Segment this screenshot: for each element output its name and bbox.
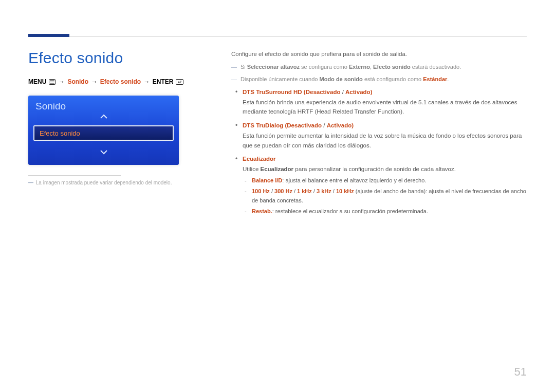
feature-body: Utilice Ecualizador para personalizar la… bbox=[243, 164, 527, 174]
feature-body-post: para personalizar la configuración de so… bbox=[293, 166, 456, 172]
sub-item: Restab.: restablece el ecualizador a su … bbox=[243, 207, 527, 216]
note-1-mid: se configura como bbox=[300, 64, 349, 70]
breadcrumb-enter: ENTER bbox=[153, 78, 174, 85]
feature-opt-off: Desactivado bbox=[306, 89, 341, 95]
content: Efecto sonido MENU → Sonido → Efecto son… bbox=[28, 49, 527, 220]
feature-name: Ecualizador bbox=[243, 156, 276, 162]
note-1-post: estará desactivado. bbox=[411, 64, 461, 70]
page-title: Efecto sonido bbox=[28, 49, 203, 67]
menu-screenshot-title: Sonido bbox=[28, 101, 179, 114]
feature-opt-off: Desactivado bbox=[287, 122, 322, 128]
note-2: Disponible únicamente cuando Modo de son… bbox=[231, 75, 527, 84]
feature-opt-on: Activado bbox=[327, 122, 352, 128]
note-2-post: . bbox=[447, 76, 449, 82]
feature-opt-on: Activado bbox=[345, 89, 371, 95]
freq: 100 Hz bbox=[252, 188, 270, 194]
menu-selected-row: Efecto sonido bbox=[33, 125, 174, 141]
feature-header: DTS TruDialog (Desactivado / Activado) bbox=[243, 121, 527, 130]
sep: / bbox=[292, 188, 297, 194]
sep: / bbox=[312, 188, 317, 194]
intro-text: Configure el efecto de sonido que prefie… bbox=[231, 49, 527, 59]
feature-body-bold: Ecualizador bbox=[261, 166, 294, 172]
breadcrumb: MENU → Sonido → Efecto sonido → ENTER bbox=[28, 78, 203, 86]
sep: / bbox=[331, 188, 336, 194]
menu-screenshot: Sonido Efecto sonido bbox=[28, 96, 179, 165]
page: Efecto sonido MENU → Sonido → Efecto son… bbox=[0, 0, 555, 392]
note-1: Si Seleccionar altavoz se configura como… bbox=[231, 63, 527, 72]
image-disclaimer: ― La imagen mostrada puede variar depend… bbox=[28, 180, 203, 185]
feature-item: Ecualizador Utilice Ecualizador para per… bbox=[231, 154, 527, 216]
note-2-mid: está configurado como bbox=[363, 76, 423, 82]
header-divider bbox=[28, 36, 527, 36]
menu-icon bbox=[49, 79, 55, 86]
image-disclaimer-text: La imagen mostrada puede variar dependie… bbox=[36, 180, 172, 185]
feature-header: Ecualizador bbox=[243, 154, 527, 163]
sep: / bbox=[270, 188, 274, 194]
note-1-b1: Seleccionar altavoz bbox=[247, 64, 300, 70]
right-column: Configure el efecto de sonido que prefie… bbox=[231, 49, 527, 220]
arrow-icon: → bbox=[58, 78, 66, 85]
note-2-pre: Disponible únicamente cuando bbox=[240, 76, 320, 82]
breadcrumb-path-2: Efecto sonido bbox=[100, 78, 141, 85]
note-2-b2: Estándar bbox=[423, 76, 447, 82]
chevron-up-icon bbox=[100, 114, 108, 120]
breadcrumb-path-1: Sonido bbox=[67, 78, 88, 85]
feature-item: DTS TruSurround HD (Desactivado / Activa… bbox=[231, 87, 527, 117]
dash-icon: ― bbox=[28, 180, 33, 185]
feature-name: DTS TruSurround HD bbox=[243, 89, 302, 95]
breadcrumb-menu: MENU bbox=[28, 78, 46, 85]
freq: 10 kHz bbox=[336, 188, 354, 194]
sub-item: Balance I/D: ajusta el balance entre el … bbox=[243, 176, 527, 185]
note-1-b2: Externo bbox=[349, 64, 370, 70]
feature-name: DTS TruDialog bbox=[243, 122, 283, 128]
footnote-divider bbox=[28, 175, 121, 176]
feature-list: DTS TruSurround HD (Desactivado / Activa… bbox=[231, 87, 527, 217]
page-number: 51 bbox=[514, 365, 527, 379]
menu-selected-label: Efecto sonido bbox=[40, 129, 80, 137]
feature-header: DTS TruSurround HD (Desactivado / Activa… bbox=[243, 87, 527, 97]
sub-item-bold: Balance I/D bbox=[252, 177, 282, 183]
feature-body: Esta función permite aumentar la intensi… bbox=[243, 131, 527, 150]
arrow-icon: → bbox=[142, 78, 151, 85]
sub-item-text: : restablece el ecualizador a su configu… bbox=[272, 208, 428, 214]
chevron-down-icon bbox=[100, 150, 108, 156]
sub-item-text: : ajusta el balance entre el altavoz izq… bbox=[282, 177, 426, 183]
sub-item-bold: Restab. bbox=[252, 208, 272, 214]
freq: 3 kHz bbox=[317, 188, 331, 194]
header-tab-accent bbox=[28, 34, 69, 37]
feature-item: DTS TruDialog (Desactivado / Activado) E… bbox=[231, 121, 527, 150]
arrow-icon: → bbox=[90, 78, 98, 85]
feature-body-pre: Utilice bbox=[243, 166, 261, 172]
freq: 300 Hz bbox=[274, 188, 292, 194]
note-1-b3: Efecto sonido bbox=[373, 64, 411, 70]
feature-body: Esta función brinda una experiencia de a… bbox=[243, 98, 527, 117]
enter-icon bbox=[176, 79, 183, 86]
note-1-pre: Si bbox=[240, 64, 247, 70]
left-column: Efecto sonido MENU → Sonido → Efecto son… bbox=[28, 49, 203, 220]
sub-list: Balance I/D: ajusta el balance entre el … bbox=[243, 176, 527, 216]
menu-row-area: Efecto sonido bbox=[28, 125, 179, 141]
sub-item: 100 Hz / 300 Hz / 1 kHz / 3 kHz / 10 kHz… bbox=[243, 187, 527, 205]
note-2-b1: Modo de sonido bbox=[320, 76, 363, 82]
freq: 1 kHz bbox=[297, 188, 312, 194]
